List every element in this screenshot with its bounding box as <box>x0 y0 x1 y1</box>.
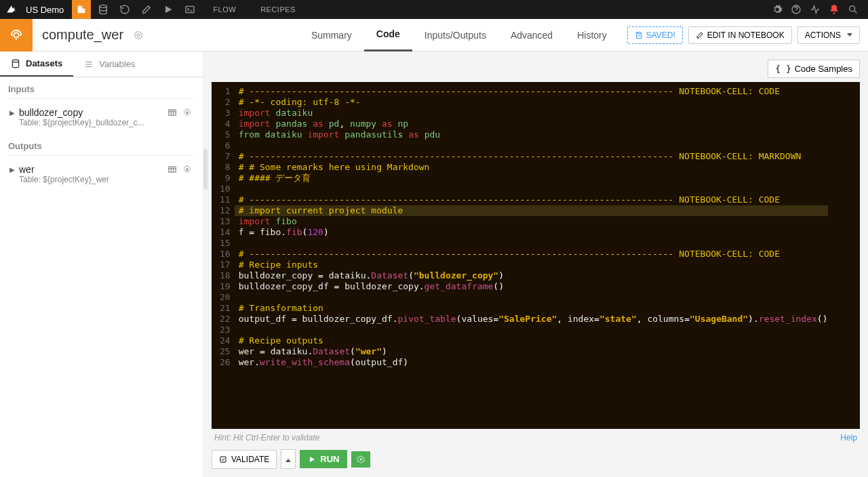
input-item[interactable]: ▶ bulldozer_copy Table: ${projectKey}_bu… <box>0 103 203 134</box>
actions-button[interactable]: ACTIONS <box>797 26 860 44</box>
svg-point-11 <box>186 168 189 171</box>
sidebar-tab-variables-label: Variables <box>99 59 135 69</box>
output-table-sub: Table: ${projectKey}_wer <box>9 175 193 184</box>
tab-summary[interactable]: Summary <box>299 19 364 51</box>
activity-icon[interactable] <box>806 0 825 19</box>
svg-rect-12 <box>220 457 226 462</box>
project-name[interactable]: US Demo <box>20 5 69 15</box>
code-editor[interactable]: 1234567891011121314151617181920212223242… <box>212 82 860 429</box>
validate-label: VALIDATE <box>231 455 269 464</box>
help-link[interactable]: Help <box>840 433 857 442</box>
validate-dropdown[interactable] <box>281 449 296 469</box>
output-item[interactable]: ▶ wer Table: ${projectKey}_wer <box>0 160 203 191</box>
bell-icon[interactable] <box>825 0 844 19</box>
terminal-icon[interactable] <box>180 0 199 19</box>
svg-rect-10 <box>169 167 176 172</box>
footer: VALIDATE RUN <box>212 447 860 469</box>
gear-small-icon[interactable] <box>182 165 193 174</box>
code-samples-label: Code Samples <box>795 64 852 74</box>
tab-history[interactable]: History <box>565 19 619 51</box>
main: Datasets Variables Inputs ▶ bulldozer_co… <box>0 51 868 477</box>
recipe-python-icon <box>0 19 33 51</box>
svg-point-7 <box>12 60 18 62</box>
svg-point-5 <box>135 31 142 39</box>
target-icon[interactable] <box>133 30 144 41</box>
outputs-section-label: Outputs <box>0 134 203 160</box>
run-button[interactable]: RUN <box>300 450 347 468</box>
editor-hint: Hint: Hit Ctrl-Enter to validate Help <box>212 429 860 447</box>
run-label: RUN <box>320 454 339 464</box>
tab-code[interactable]: Code <box>364 19 412 51</box>
sidebar: Datasets Variables Inputs ▶ bulldozer_co… <box>0 51 203 477</box>
edit-notebook-label: EDIT IN NOTEBOOK <box>707 30 785 40</box>
chevron-right-icon: ▶ <box>9 109 15 117</box>
svg-rect-1 <box>186 6 194 12</box>
header: compute_wer Summary Code Inputs/Outputs … <box>0 19 868 51</box>
play-icon[interactable] <box>159 0 178 19</box>
table-icon[interactable] <box>167 108 178 117</box>
chevron-right-icon: ▶ <box>9 166 15 173</box>
recipe-type-icon[interactable] <box>72 0 91 19</box>
svg-point-0 <box>100 5 107 7</box>
content: { } Code Samples 12345678910111213141516… <box>203 51 868 477</box>
code-samples-button[interactable]: { } Code Samples <box>768 60 860 78</box>
svg-point-3 <box>850 6 855 12</box>
sidebar-resize-handle[interactable] <box>203 149 208 190</box>
edit-icon[interactable] <box>137 0 156 19</box>
input-name: bulldozer_copy <box>19 107 163 118</box>
table-icon[interactable] <box>167 165 178 174</box>
inputs-section-label: Inputs <box>0 77 203 103</box>
gear-icon[interactable] <box>768 0 787 19</box>
sidebar-tab-datasets-label: Datasets <box>26 58 62 68</box>
saved-label: SAVED! <box>646 30 675 40</box>
input-table-sub: Table: ${projectKey}_bulldozer_c... <box>9 118 193 127</box>
gear-small-icon[interactable] <box>182 108 193 117</box>
recipe-title: compute_wer <box>33 27 133 43</box>
help-icon[interactable] <box>787 0 806 19</box>
nav-recipes[interactable]: RECIPES <box>250 5 307 14</box>
tab-advanced[interactable]: Advanced <box>498 19 565 51</box>
run-settings-button[interactable] <box>351 451 370 468</box>
tab-io[interactable]: Inputs/Outputs <box>412 19 498 51</box>
refresh-icon[interactable] <box>115 0 134 19</box>
nav-flow[interactable]: FLOW <box>202 5 247 14</box>
edit-notebook-button[interactable]: EDIT IN NOTEBOOK <box>688 26 792 44</box>
header-tabs: Summary Code Inputs/Outputs Advanced His… <box>299 19 619 51</box>
svg-rect-8 <box>169 110 176 115</box>
actions-label: ACTIONS <box>805 30 841 40</box>
output-name: wer <box>19 164 163 175</box>
validate-button[interactable]: VALIDATE <box>212 450 277 469</box>
sidebar-tab-variables[interactable]: Variables <box>73 51 146 77</box>
sidebar-tab-datasets[interactable]: Datasets <box>0 51 73 77</box>
search-icon[interactable] <box>844 0 863 19</box>
topbar: US Demo FLOW RECIPES <box>0 0 868 19</box>
logo-bird-icon[interactable] <box>5 3 18 16</box>
saved-button[interactable]: SAVED! <box>627 26 683 44</box>
svg-point-6 <box>137 34 140 37</box>
svg-point-13 <box>360 458 362 460</box>
svg-point-9 <box>186 111 189 114</box>
svg-point-4 <box>14 33 18 37</box>
database-icon[interactable] <box>94 0 113 19</box>
